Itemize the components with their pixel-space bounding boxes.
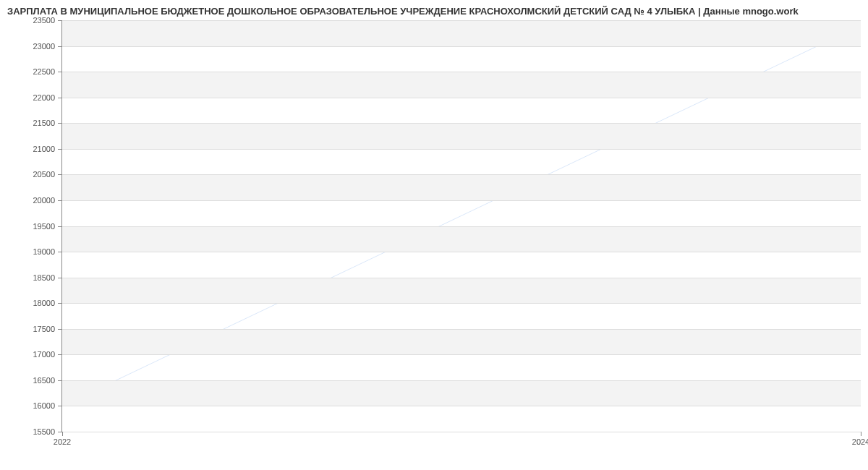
x-tick-label: 2022 (54, 437, 71, 446)
y-tick-label: 21500 (33, 119, 55, 127)
x-tick (62, 432, 63, 436)
grid-band (62, 174, 861, 200)
x-tick-label: 2024 (852, 437, 868, 446)
gridline (62, 432, 861, 432)
y-tick (58, 329, 62, 330)
grid-band (62, 329, 861, 355)
y-tick (58, 174, 62, 175)
y-tick-label: 23500 (33, 16, 55, 25)
y-tick-label: 18500 (33, 273, 55, 282)
plot-area: 1550016000165001700017500180001850019000… (61, 20, 861, 432)
y-tick (58, 72, 62, 72)
gridline (62, 200, 861, 201)
y-tick (58, 149, 62, 150)
y-tick (58, 354, 62, 355)
grid-band (62, 20, 861, 46)
y-tick-label: 21000 (33, 145, 55, 153)
y-tick (58, 200, 62, 201)
y-tick (58, 20, 62, 21)
gridline (62, 174, 861, 175)
y-tick (58, 226, 62, 227)
gridline (62, 123, 861, 124)
gridline (62, 72, 861, 72)
y-tick-label: 22500 (33, 67, 55, 76)
y-tick (58, 278, 62, 278)
y-tick-label: 23000 (33, 42, 55, 51)
y-tick (58, 252, 62, 252)
y-tick-label: 17000 (33, 350, 55, 359)
gridline (62, 149, 861, 150)
gridline (62, 278, 861, 278)
y-tick-label: 19000 (33, 247, 55, 256)
y-tick-label: 16500 (33, 376, 55, 385)
y-tick-label: 20500 (33, 170, 55, 179)
y-tick-label: 20000 (33, 196, 55, 205)
gridline (62, 329, 861, 330)
y-tick (58, 406, 62, 406)
gridline (62, 252, 861, 252)
y-tick-label: 19500 (33, 222, 55, 231)
gridline (62, 303, 861, 304)
chart-container: 1550016000165001700017500180001850019000… (25, 20, 861, 450)
grid-band (62, 226, 861, 252)
gridline (62, 380, 861, 381)
x-tick (861, 432, 861, 436)
grid-band (62, 380, 861, 406)
chart-title: ЗАРПЛАТА В МУНИЦИПАЛЬНОЕ БЮДЖЕТНОЕ ДОШКО… (0, 0, 868, 20)
y-tick-label: 22000 (33, 93, 55, 102)
y-tick-label: 15500 (33, 427, 55, 436)
y-tick (58, 380, 62, 381)
y-tick (58, 46, 62, 47)
y-tick-label: 18000 (33, 299, 55, 307)
gridline (62, 226, 861, 227)
y-tick-label: 16000 (33, 401, 55, 410)
gridline (62, 46, 861, 47)
y-tick (58, 123, 62, 124)
gridline (62, 98, 861, 98)
grid-band (62, 72, 861, 98)
y-tick (58, 303, 62, 304)
y-tick-label: 17500 (33, 325, 55, 333)
grid-band (62, 123, 861, 149)
gridline (62, 354, 861, 355)
gridline (62, 406, 861, 406)
y-tick (58, 98, 62, 98)
grid-band (62, 278, 861, 304)
gridline (62, 20, 861, 21)
